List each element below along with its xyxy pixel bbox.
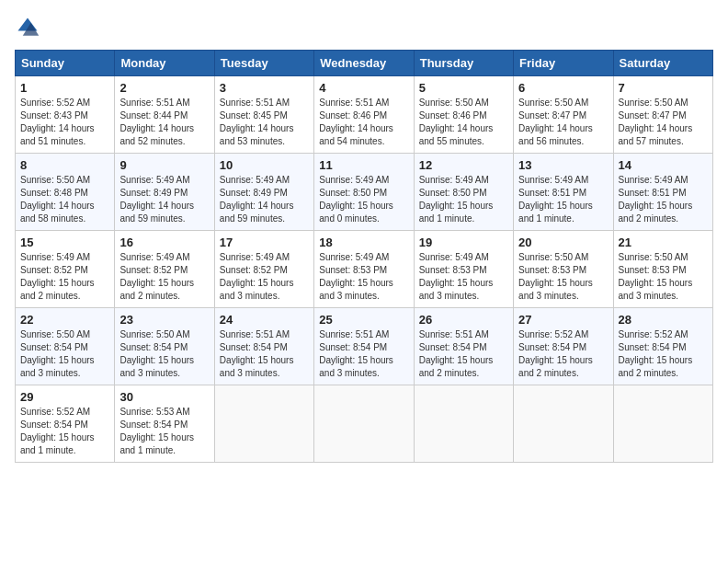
calendar-cell: 8Sunrise: 5:50 AM Sunset: 8:48 PM Daylig…: [16, 154, 115, 231]
day-number: 12: [419, 158, 508, 172]
day-number: 9: [119, 158, 209, 172]
day-number: 2: [119, 81, 209, 95]
day-number: 15: [20, 236, 109, 249]
day-info: Sunrise: 5:52 AM Sunset: 8:54 PM Dayligh…: [518, 328, 608, 380]
weekday-header-friday: Friday: [514, 51, 613, 76]
day-info: Sunrise: 5:49 AM Sunset: 8:51 PM Dayligh…: [619, 174, 708, 225]
day-number: 3: [220, 81, 309, 95]
calendar-cell: 5Sunrise: 5:50 AM Sunset: 8:46 PM Daylig…: [414, 76, 513, 154]
day-info: Sunrise: 5:52 AM Sunset: 8:43 PM Dayligh…: [20, 97, 109, 148]
day-info: Sunrise: 5:49 AM Sunset: 8:49 PM Dayligh…: [220, 174, 309, 225]
weekday-header-tuesday: Tuesday: [214, 51, 313, 76]
calendar-cell: 4Sunrise: 5:51 AM Sunset: 8:46 PM Daylig…: [314, 76, 414, 154]
day-number: 4: [319, 81, 408, 95]
day-number: 28: [619, 313, 708, 327]
day-info: Sunrise: 5:50 AM Sunset: 8:53 PM Dayligh…: [518, 251, 608, 303]
day-info: Sunrise: 5:49 AM Sunset: 8:50 PM Dayligh…: [419, 174, 508, 225]
weekday-header-wednesday: Wednesday: [314, 51, 414, 76]
calendar-cell: 19Sunrise: 5:49 AM Sunset: 8:53 PM Dayli…: [414, 231, 513, 308]
calendar-cell: 27Sunrise: 5:52 AM Sunset: 8:54 PM Dayli…: [514, 308, 613, 385]
calendar-cell: 11Sunrise: 5:49 AM Sunset: 8:50 PM Dayli…: [314, 154, 414, 231]
day-number: 7: [619, 81, 708, 95]
logo-icon: [15, 15, 40, 40]
weekday-header-saturday: Saturday: [613, 51, 712, 76]
day-info: Sunrise: 5:49 AM Sunset: 8:49 PM Dayligh…: [119, 174, 209, 225]
day-number: 10: [220, 158, 309, 172]
day-number: 23: [119, 313, 209, 327]
day-info: Sunrise: 5:50 AM Sunset: 8:47 PM Dayligh…: [619, 97, 708, 148]
calendar-cell: 16Sunrise: 5:49 AM Sunset: 8:52 PM Dayli…: [115, 231, 214, 308]
calendar-cell: 21Sunrise: 5:50 AM Sunset: 8:53 PM Dayli…: [613, 231, 712, 308]
day-info: Sunrise: 5:50 AM Sunset: 8:47 PM Dayligh…: [518, 97, 608, 148]
calendar-cell: 18Sunrise: 5:49 AM Sunset: 8:53 PM Dayli…: [314, 231, 414, 308]
day-number: 26: [419, 313, 508, 327]
calendar-cell: 25Sunrise: 5:51 AM Sunset: 8:54 PM Dayli…: [314, 308, 414, 385]
day-info: Sunrise: 5:51 AM Sunset: 8:45 PM Dayligh…: [220, 97, 309, 148]
calendar-cell: [414, 385, 513, 463]
day-number: 27: [518, 313, 608, 327]
day-info: Sunrise: 5:49 AM Sunset: 8:50 PM Dayligh…: [319, 174, 408, 225]
day-info: Sunrise: 5:49 AM Sunset: 8:51 PM Dayligh…: [518, 174, 608, 225]
day-info: Sunrise: 5:51 AM Sunset: 8:44 PM Dayligh…: [119, 97, 209, 148]
logo: [15, 15, 44, 40]
day-info: Sunrise: 5:53 AM Sunset: 8:54 PM Dayligh…: [119, 406, 209, 457]
calendar-cell: 10Sunrise: 5:49 AM Sunset: 8:49 PM Dayli…: [214, 154, 313, 231]
day-number: 13: [518, 158, 608, 172]
day-info: Sunrise: 5:49 AM Sunset: 8:52 PM Dayligh…: [220, 251, 309, 303]
day-number: 22: [20, 313, 109, 327]
day-number: 5: [419, 81, 508, 95]
day-number: 16: [119, 236, 209, 249]
day-info: Sunrise: 5:51 AM Sunset: 8:54 PM Dayligh…: [220, 328, 309, 380]
day-number: 29: [20, 390, 109, 404]
calendar-cell: 13Sunrise: 5:49 AM Sunset: 8:51 PM Dayli…: [514, 154, 613, 231]
calendar-cell: 14Sunrise: 5:49 AM Sunset: 8:51 PM Dayli…: [613, 154, 712, 231]
day-number: 8: [20, 158, 109, 172]
calendar-cell: [514, 385, 613, 463]
calendar-cell: 12Sunrise: 5:49 AM Sunset: 8:50 PM Dayli…: [414, 154, 513, 231]
calendar-cell: 20Sunrise: 5:50 AM Sunset: 8:53 PM Dayli…: [514, 231, 613, 308]
calendar-cell: [613, 385, 712, 463]
calendar-cell: 2Sunrise: 5:51 AM Sunset: 8:44 PM Daylig…: [115, 76, 214, 154]
day-number: 19: [419, 236, 508, 249]
weekday-header-sunday: Sunday: [16, 51, 115, 76]
day-info: Sunrise: 5:50 AM Sunset: 8:46 PM Dayligh…: [419, 97, 508, 148]
calendar-cell: 28Sunrise: 5:52 AM Sunset: 8:54 PM Dayli…: [613, 308, 712, 385]
day-info: Sunrise: 5:49 AM Sunset: 8:52 PM Dayligh…: [20, 251, 109, 303]
page-header: [15, 15, 713, 40]
day-info: Sunrise: 5:52 AM Sunset: 8:54 PM Dayligh…: [20, 406, 109, 457]
calendar-cell: 3Sunrise: 5:51 AM Sunset: 8:45 PM Daylig…: [214, 76, 313, 154]
calendar-cell: 26Sunrise: 5:51 AM Sunset: 8:54 PM Dayli…: [414, 308, 513, 385]
day-number: 17: [220, 236, 309, 249]
calendar-table: SundayMondayTuesdayWednesdayThursdayFrid…: [15, 50, 713, 463]
day-number: 6: [518, 81, 608, 95]
calendar-cell: 23Sunrise: 5:50 AM Sunset: 8:54 PM Dayli…: [115, 308, 214, 385]
day-number: 1: [20, 81, 109, 95]
day-number: 30: [119, 390, 209, 404]
day-number: 11: [319, 158, 408, 172]
day-info: Sunrise: 5:49 AM Sunset: 8:52 PM Dayligh…: [119, 251, 209, 303]
day-info: Sunrise: 5:50 AM Sunset: 8:53 PM Dayligh…: [619, 251, 708, 303]
calendar-cell: 9Sunrise: 5:49 AM Sunset: 8:49 PM Daylig…: [115, 154, 214, 231]
day-info: Sunrise: 5:49 AM Sunset: 8:53 PM Dayligh…: [319, 251, 408, 303]
day-number: 24: [220, 313, 309, 327]
calendar-cell: 15Sunrise: 5:49 AM Sunset: 8:52 PM Dayli…: [16, 231, 115, 308]
day-number: 21: [619, 236, 708, 249]
calendar-cell: 29Sunrise: 5:52 AM Sunset: 8:54 PM Dayli…: [16, 385, 115, 463]
day-number: 18: [319, 236, 408, 249]
calendar-cell: 30Sunrise: 5:53 AM Sunset: 8:54 PM Dayli…: [115, 385, 214, 463]
day-number: 14: [619, 158, 708, 172]
day-info: Sunrise: 5:50 AM Sunset: 8:54 PM Dayligh…: [20, 328, 109, 380]
weekday-header-thursday: Thursday: [414, 51, 513, 76]
calendar-cell: [214, 385, 313, 463]
day-info: Sunrise: 5:51 AM Sunset: 8:54 PM Dayligh…: [419, 328, 508, 380]
day-info: Sunrise: 5:51 AM Sunset: 8:54 PM Dayligh…: [319, 328, 408, 380]
calendar-cell: 7Sunrise: 5:50 AM Sunset: 8:47 PM Daylig…: [613, 76, 712, 154]
calendar-cell: 24Sunrise: 5:51 AM Sunset: 8:54 PM Dayli…: [214, 308, 313, 385]
calendar-cell: [314, 385, 414, 463]
calendar-cell: 17Sunrise: 5:49 AM Sunset: 8:52 PM Dayli…: [214, 231, 313, 308]
calendar-cell: 6Sunrise: 5:50 AM Sunset: 8:47 PM Daylig…: [514, 76, 613, 154]
day-info: Sunrise: 5:50 AM Sunset: 8:54 PM Dayligh…: [119, 328, 209, 380]
day-info: Sunrise: 5:51 AM Sunset: 8:46 PM Dayligh…: [319, 97, 408, 148]
day-info: Sunrise: 5:49 AM Sunset: 8:53 PM Dayligh…: [419, 251, 508, 303]
weekday-header-monday: Monday: [115, 51, 214, 76]
